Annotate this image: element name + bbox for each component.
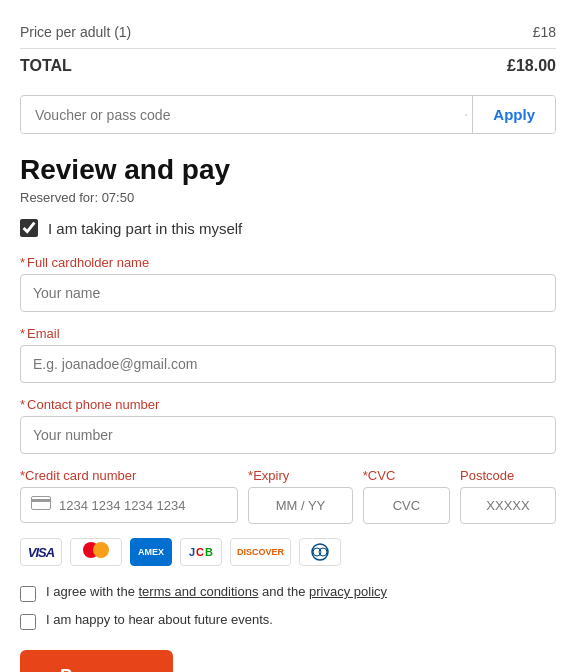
amex-icon: AMEX: [130, 538, 172, 566]
email-group: *Email: [20, 326, 556, 383]
cardholder-name-group: *Full cardholder name: [20, 255, 556, 312]
self-participation-checkbox[interactable]: [20, 219, 38, 237]
svg-rect-1: [31, 499, 51, 502]
privacy-link[interactable]: privacy policy: [309, 584, 387, 599]
cvc-label: *CVC: [363, 468, 450, 483]
reserved-text: Reserved for: 07:50: [20, 190, 556, 205]
cardholder-label: *Full cardholder name: [20, 255, 556, 270]
postcode-group: Postcode: [460, 468, 556, 524]
pay-now-button[interactable]: Pay now: [20, 650, 173, 672]
terms-text: I agree with the terms and conditions an…: [46, 584, 387, 599]
postcode-label: Postcode: [460, 468, 556, 483]
voucher-separator: ·: [460, 106, 472, 124]
expiry-group: *Expiry: [248, 468, 353, 524]
credit-card-icon: [31, 496, 51, 514]
jcb-icon: JCB: [180, 538, 222, 566]
future-events-label: I am happy to hear about future events.: [46, 612, 273, 627]
phone-input[interactable]: [20, 416, 556, 454]
svg-rect-0: [32, 497, 51, 510]
expiry-input[interactable]: [248, 487, 353, 524]
cvc-group: *CVC: [363, 468, 450, 524]
card-number-label: *Credit card number: [20, 468, 238, 483]
visa-icon: VISA: [20, 538, 62, 566]
self-participation-label: I am taking part in this myself: [48, 220, 242, 237]
cvc-input[interactable]: [363, 487, 450, 524]
card-input-wrapper: [20, 487, 238, 523]
price-per-adult-label: Price per adult (1): [20, 24, 131, 40]
email-label: *Email: [20, 326, 556, 341]
svg-point-2: [312, 544, 328, 560]
card-number-input[interactable]: [59, 498, 227, 513]
mastercard-icon: [70, 538, 122, 566]
phone-label: *Contact phone number: [20, 397, 556, 412]
future-events-row: I am happy to hear about future events.: [20, 612, 556, 630]
apply-button[interactable]: Apply: [472, 96, 555, 133]
phone-group: *Contact phone number: [20, 397, 556, 454]
self-participation-row: I am taking part in this myself: [20, 219, 556, 237]
terms-agree-row: I agree with the terms and conditions an…: [20, 584, 556, 602]
future-events-checkbox[interactable]: [20, 614, 36, 630]
postcode-input[interactable]: [460, 487, 556, 524]
total-label: TOTAL: [20, 57, 72, 75]
cardholder-input[interactable]: [20, 274, 556, 312]
svg-point-4: [319, 548, 327, 556]
payment-icons-row: VISA AMEX JCB DISCOVER: [20, 538, 556, 566]
voucher-row: · Apply: [20, 95, 556, 134]
price-per-adult-row: Price per adult (1) £18: [20, 16, 556, 48]
total-row: TOTAL £18.00: [20, 48, 556, 83]
price-per-adult-value: £18: [533, 24, 556, 40]
card-number-group: *Credit card number: [20, 468, 238, 524]
page-title: Review and pay: [20, 154, 556, 186]
card-details-row: *Credit card number *Expiry *CVC Postcod…: [20, 468, 556, 524]
expiry-label: *Expiry: [248, 468, 353, 483]
discover-icon: DISCOVER: [230, 538, 291, 566]
agreement-section: I agree with the terms and conditions an…: [20, 584, 556, 630]
voucher-input[interactable]: [21, 97, 460, 133]
terms-link[interactable]: terms and conditions: [139, 584, 259, 599]
email-input[interactable]: [20, 345, 556, 383]
total-value: £18.00: [507, 57, 556, 75]
diners-icon: [299, 538, 341, 566]
terms-checkbox[interactable]: [20, 586, 36, 602]
